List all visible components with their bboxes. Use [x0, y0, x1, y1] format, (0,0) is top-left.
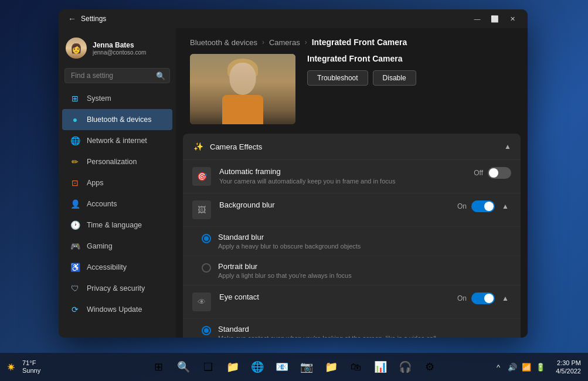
- breadcrumb-sep-1: ›: [262, 38, 264, 46]
- sidebar-label-network: Network & internet: [87, 137, 147, 145]
- camera-effects-header[interactable]: ✨ Camera Effects ▲: [183, 134, 521, 159]
- weather-temp: 71°F: [22, 359, 40, 367]
- search-button[interactable]: 🔍: [173, 356, 194, 377]
- taskbar-explorer[interactable]: 📁: [222, 356, 243, 377]
- sidebar-item-bluetooth[interactable]: ● Bluetooth & devices: [62, 109, 172, 130]
- auto-framing-control: Off: [474, 167, 511, 179]
- auto-framing-toggle[interactable]: [488, 167, 511, 179]
- main-content: Bluetooth & devices › Cameras › Integrat…: [176, 28, 528, 338]
- eye-contact-content: Eye contact: [219, 292, 457, 302]
- eye-contact-toggle[interactable]: [471, 292, 495, 304]
- effects-section: ✨ Camera Effects ▲ 🎯 Automatic framing Y…: [176, 134, 528, 338]
- sidebar-item-system[interactable]: ⊞ System: [62, 88, 172, 109]
- sidebar-item-gaming[interactable]: 🎮 Gaming: [62, 236, 172, 257]
- camera-person-body: [222, 95, 263, 124]
- taskbar-camera[interactable]: 📷: [296, 356, 317, 377]
- sidebar-item-accounts[interactable]: 👤 Accounts: [62, 193, 172, 215]
- weather-condition: Sunny: [22, 367, 40, 375]
- avatar[interactable]: 👩: [66, 38, 87, 59]
- camera-section: Integrated Front Camera Troubleshoot Dis…: [176, 54, 528, 134]
- portrait-blur-option: Portrait blur Apply a light blur so that…: [183, 256, 521, 285]
- breadcrumb-bluetooth[interactable]: Bluetooth & devices: [190, 38, 257, 47]
- taskbar-files[interactable]: 📁: [321, 356, 342, 377]
- standard-eye-content: Standard Make eye contact even when you'…: [218, 325, 511, 338]
- sidebar-label-accessibility: Accessibility: [87, 263, 127, 271]
- auto-framing-title: Automatic framing: [219, 167, 474, 176]
- accessibility-icon: ♿: [69, 261, 81, 273]
- background-blur-toggle[interactable]: [471, 200, 495, 212]
- standard-blur-radio[interactable]: [202, 234, 211, 243]
- standard-eye-desc: Make eye contact even when you're lookin…: [218, 335, 511, 338]
- taskbar-edge[interactable]: 🌐: [247, 356, 268, 377]
- bluetooth-icon: ●: [69, 114, 81, 125]
- standard-eye-radio[interactable]: [202, 326, 211, 335]
- system-tray: ^ 🔊 📶 🔋: [492, 361, 546, 373]
- network-icon: 🌐: [69, 135, 81, 147]
- sidebar-label-gaming: Gaming: [87, 242, 113, 250]
- task-view-button[interactable]: ❑: [198, 356, 219, 377]
- eye-contact-expand[interactable]: ▲: [499, 292, 511, 304]
- maximize-button[interactable]: ⬜: [487, 13, 503, 25]
- user-info: Jenna Bates jenna@contoso.com: [93, 41, 169, 56]
- taskbar-teams[interactable]: 🎧: [395, 356, 416, 377]
- breadcrumb-sep-2: ›: [305, 38, 307, 46]
- gaming-icon: 🎮: [69, 240, 81, 252]
- start-button[interactable]: ⊞: [148, 356, 169, 377]
- sidebar-label-time: Time & language: [87, 221, 142, 229]
- standard-blur-title: Standard blur: [218, 233, 511, 241]
- breadcrumb-cameras[interactable]: Cameras: [269, 38, 300, 47]
- avatar-image: 👩: [66, 38, 87, 59]
- clock-date: 4/5/2022: [556, 367, 581, 375]
- background-blur-content: Background blur: [219, 200, 457, 210]
- tray-network[interactable]: 📶: [521, 361, 532, 373]
- sidebar-item-network[interactable]: 🌐 Network & internet: [62, 130, 172, 151]
- camera-info: Integrated Front Camera Troubleshoot Dis…: [307, 54, 514, 86]
- sidebar-item-accessibility[interactable]: ♿ Accessibility: [62, 257, 172, 278]
- taskbar-excel[interactable]: 📊: [370, 356, 391, 377]
- tray-battery[interactable]: 🔋: [535, 361, 546, 373]
- minimize-button[interactable]: —: [469, 13, 485, 25]
- taskbar-center: ⊞ 🔍 ❑ 📁 🌐 📧 📷 📁 🛍 📊 🎧 ⚙: [148, 356, 440, 377]
- disable-button[interactable]: Disable: [373, 70, 416, 86]
- taskbar-mail[interactable]: 📧: [271, 356, 293, 377]
- privacy-icon: 🛡: [69, 283, 81, 294]
- camera-buttons: Troubleshoot Disable: [307, 70, 514, 86]
- auto-framing-content: Automatic framing Your camera will autom…: [219, 167, 474, 186]
- search-input[interactable]: [64, 68, 170, 83]
- accounts-icon: 👤: [69, 198, 81, 210]
- sidebar-label-personalization: Personalization: [87, 158, 137, 166]
- background-blur-expand[interactable]: ▲: [499, 200, 511, 212]
- troubleshoot-button[interactable]: Troubleshoot: [307, 70, 368, 86]
- sidebar-item-personalization[interactable]: ✏ Personalization: [62, 151, 172, 172]
- camera-effects-card: ✨ Camera Effects ▲ 🎯 Automatic framing Y…: [183, 134, 521, 338]
- tray-volume[interactable]: 🔊: [507, 361, 518, 373]
- background-blur-toggle-knob: [484, 202, 494, 211]
- tray-expand[interactable]: ^: [492, 361, 504, 373]
- clock-time: 2:30 PM: [556, 359, 581, 367]
- search-box: 🔍: [64, 68, 170, 83]
- sidebar-item-update[interactable]: ⟳ Windows Update: [62, 299, 172, 320]
- search-icon: 🔍: [156, 72, 165, 80]
- user-section: 👩 Jenna Bates jenna@contoso.com: [59, 33, 176, 66]
- window-title: Settings: [81, 15, 106, 23]
- auto-framing-row: 🎯 Automatic framing Your camera will aut…: [183, 159, 521, 193]
- eye-contact-control: On ▲: [457, 292, 511, 304]
- sidebar-item-time[interactable]: 🕐 Time & language: [62, 215, 172, 236]
- close-button[interactable]: ✕: [504, 13, 521, 25]
- background-blur-icon: 🖼: [192, 200, 211, 219]
- breadcrumb-current: Integrated Front Camera: [312, 38, 407, 47]
- apps-icon: ⊡: [69, 177, 81, 189]
- portrait-blur-radio[interactable]: [202, 263, 211, 273]
- camera-name: Integrated Front Camera: [307, 54, 514, 63]
- taskbar-settings[interactable]: ⚙: [419, 356, 440, 377]
- back-button[interactable]: ←: [68, 14, 76, 23]
- sidebar-item-apps[interactable]: ⊡ Apps: [62, 172, 172, 193]
- sidebar-item-privacy[interactable]: 🛡 Privacy & security: [62, 278, 172, 299]
- title-bar-content: ← Settings: [68, 14, 106, 23]
- sidebar-label-apps: Apps: [87, 179, 104, 187]
- background-blur-toggle-label: On: [457, 202, 467, 210]
- camera-effects-icon: ✨: [192, 141, 204, 152]
- taskbar-store[interactable]: 🛍: [345, 356, 366, 377]
- taskbar-time-date[interactable]: 2:30 PM 4/5/2022: [556, 359, 581, 376]
- user-email: jenna@contoso.com: [93, 49, 169, 56]
